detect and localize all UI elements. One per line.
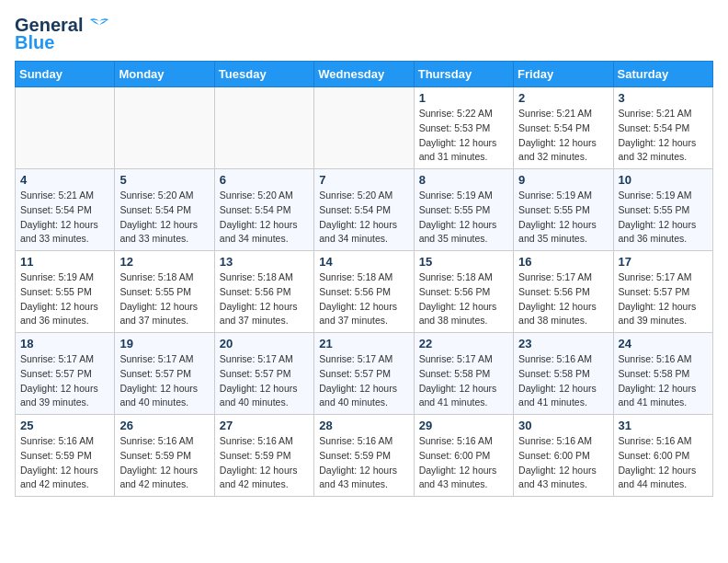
calendar-empty-cell (214, 87, 313, 169)
calendar-day-2: 2Sunrise: 5:21 AM Sunset: 5:54 PM Daylig… (514, 87, 613, 169)
day-info: Sunrise: 5:17 AM Sunset: 5:58 PM Dayligh… (419, 352, 508, 410)
calendar-empty-cell (16, 87, 115, 169)
calendar-day-24: 24Sunrise: 5:16 AM Sunset: 5:58 PM Dayli… (613, 333, 712, 415)
day-info: Sunrise: 5:21 AM Sunset: 5:54 PM Dayligh… (619, 107, 708, 165)
weekday-header-saturday: Saturday (613, 62, 712, 87)
day-number: 5 (119, 173, 209, 187)
day-info: Sunrise: 5:20 AM Sunset: 5:54 PM Dayligh… (220, 189, 309, 247)
calendar-day-25: 25Sunrise: 5:16 AM Sunset: 5:59 PM Dayli… (16, 415, 115, 497)
day-number: 30 (518, 419, 608, 432)
day-number: 7 (319, 173, 408, 187)
day-info: Sunrise: 5:16 AM Sunset: 5:59 PM Dayligh… (220, 434, 309, 492)
calendar-day-11: 11Sunrise: 5:19 AM Sunset: 5:55 PM Dayli… (16, 251, 115, 333)
day-number: 1 (419, 91, 508, 105)
day-info: Sunrise: 5:18 AM Sunset: 5:56 PM Dayligh… (220, 270, 309, 328)
day-number: 17 (619, 255, 708, 269)
calendar-day-26: 26Sunrise: 5:16 AM Sunset: 5:59 PM Dayli… (115, 415, 214, 497)
day-number: 24 (619, 337, 708, 350)
weekday-header-tuesday: Tuesday (214, 62, 313, 87)
weekday-header-monday: Monday (115, 62, 214, 87)
day-info: Sunrise: 5:19 AM Sunset: 5:55 PM Dayligh… (518, 189, 608, 247)
calendar-empty-cell (115, 87, 214, 169)
day-number: 29 (419, 419, 508, 432)
calendar-day-30: 30Sunrise: 5:16 AM Sunset: 6:00 PM Dayli… (514, 415, 613, 497)
day-info: Sunrise: 5:16 AM Sunset: 5:59 PM Dayligh… (20, 434, 109, 492)
day-number: 31 (619, 419, 708, 432)
calendar-day-10: 10Sunrise: 5:19 AM Sunset: 5:55 PM Dayli… (613, 169, 712, 251)
calendar-day-9: 9Sunrise: 5:19 AM Sunset: 5:55 PM Daylig… (514, 169, 613, 251)
day-number: 16 (518, 255, 608, 269)
calendar-day-13: 13Sunrise: 5:18 AM Sunset: 5:56 PM Dayli… (214, 251, 313, 333)
day-number: 22 (419, 337, 508, 350)
calendar-day-29: 29Sunrise: 5:16 AM Sunset: 6:00 PM Dayli… (414, 415, 513, 497)
day-info: Sunrise: 5:16 AM Sunset: 5:59 PM Dayligh… (319, 434, 408, 492)
calendar-day-28: 28Sunrise: 5:16 AM Sunset: 5:59 PM Dayli… (314, 415, 414, 497)
day-info: Sunrise: 5:19 AM Sunset: 5:55 PM Dayligh… (619, 189, 708, 247)
calendar-week-4: 18Sunrise: 5:17 AM Sunset: 5:57 PM Dayli… (16, 333, 713, 415)
day-number: 10 (619, 173, 708, 187)
calendar-day-4: 4Sunrise: 5:21 AM Sunset: 5:54 PM Daylig… (16, 169, 115, 251)
day-info: Sunrise: 5:16 AM Sunset: 6:00 PM Dayligh… (619, 434, 708, 492)
day-number: 6 (220, 173, 309, 187)
day-info: Sunrise: 5:22 AM Sunset: 5:53 PM Dayligh… (419, 107, 508, 165)
day-info: Sunrise: 5:18 AM Sunset: 5:56 PM Dayligh… (419, 270, 508, 328)
calendar-day-7: 7Sunrise: 5:20 AM Sunset: 5:54 PM Daylig… (314, 169, 414, 251)
logo: General Blue (15, 15, 112, 53)
page-header: General Blue (15, 15, 713, 53)
day-number: 21 (319, 337, 408, 350)
weekday-header-thursday: Thursday (414, 62, 513, 87)
calendar-day-22: 22Sunrise: 5:17 AM Sunset: 5:58 PM Dayli… (414, 333, 513, 415)
calendar-table: SundayMondayTuesdayWednesdayThursdayFrid… (15, 61, 713, 497)
day-number: 20 (220, 337, 309, 350)
calendar-day-8: 8Sunrise: 5:19 AM Sunset: 5:55 PM Daylig… (414, 169, 513, 251)
day-info: Sunrise: 5:17 AM Sunset: 5:57 PM Dayligh… (20, 352, 109, 410)
day-info: Sunrise: 5:19 AM Sunset: 5:55 PM Dayligh… (20, 270, 109, 328)
day-number: 12 (119, 255, 209, 269)
day-info: Sunrise: 5:17 AM Sunset: 5:57 PM Dayligh… (220, 352, 309, 410)
day-number: 15 (419, 255, 508, 269)
calendar-day-31: 31Sunrise: 5:16 AM Sunset: 6:00 PM Dayli… (613, 415, 712, 497)
calendar-day-23: 23Sunrise: 5:16 AM Sunset: 5:58 PM Dayli… (514, 333, 613, 415)
day-info: Sunrise: 5:20 AM Sunset: 5:54 PM Dayligh… (119, 189, 209, 247)
day-info: Sunrise: 5:21 AM Sunset: 5:54 PM Dayligh… (518, 107, 608, 165)
day-info: Sunrise: 5:16 AM Sunset: 5:58 PM Dayligh… (518, 352, 608, 410)
calendar-week-2: 4Sunrise: 5:21 AM Sunset: 5:54 PM Daylig… (16, 169, 713, 251)
calendar-day-6: 6Sunrise: 5:20 AM Sunset: 5:54 PM Daylig… (214, 169, 313, 251)
day-number: 8 (419, 173, 508, 187)
day-number: 11 (20, 255, 109, 269)
day-number: 9 (518, 173, 608, 187)
day-info: Sunrise: 5:17 AM Sunset: 5:57 PM Dayligh… (319, 352, 408, 410)
day-info: Sunrise: 5:20 AM Sunset: 5:54 PM Dayligh… (319, 189, 408, 247)
calendar-week-5: 25Sunrise: 5:16 AM Sunset: 5:59 PM Dayli… (16, 415, 713, 497)
calendar-week-3: 11Sunrise: 5:19 AM Sunset: 5:55 PM Dayli… (16, 251, 713, 333)
calendar-day-12: 12Sunrise: 5:18 AM Sunset: 5:55 PM Dayli… (115, 251, 214, 333)
day-number: 13 (220, 255, 309, 269)
weekday-header-sunday: Sunday (16, 62, 115, 87)
day-info: Sunrise: 5:18 AM Sunset: 5:55 PM Dayligh… (119, 270, 209, 328)
calendar-day-5: 5Sunrise: 5:20 AM Sunset: 5:54 PM Daylig… (115, 169, 214, 251)
day-info: Sunrise: 5:16 AM Sunset: 5:59 PM Dayligh… (119, 434, 209, 492)
calendar-day-16: 16Sunrise: 5:17 AM Sunset: 5:56 PM Dayli… (514, 251, 613, 333)
day-info: Sunrise: 5:18 AM Sunset: 5:56 PM Dayligh… (319, 270, 408, 328)
day-number: 25 (20, 419, 109, 432)
calendar-day-1: 1Sunrise: 5:22 AM Sunset: 5:53 PM Daylig… (414, 87, 513, 169)
day-number: 2 (518, 91, 608, 105)
day-number: 27 (220, 419, 309, 432)
weekday-header-friday: Friday (514, 62, 613, 87)
day-number: 28 (319, 419, 408, 432)
day-info: Sunrise: 5:17 AM Sunset: 5:56 PM Dayligh… (518, 270, 608, 328)
calendar-day-15: 15Sunrise: 5:18 AM Sunset: 5:56 PM Dayli… (414, 251, 513, 333)
day-info: Sunrise: 5:16 AM Sunset: 6:00 PM Dayligh… (518, 434, 608, 492)
day-info: Sunrise: 5:17 AM Sunset: 5:57 PM Dayligh… (619, 270, 708, 328)
calendar-empty-cell (314, 87, 414, 169)
day-number: 26 (119, 419, 209, 432)
day-info: Sunrise: 5:16 AM Sunset: 5:58 PM Dayligh… (619, 352, 708, 410)
day-info: Sunrise: 5:19 AM Sunset: 5:55 PM Dayligh… (419, 189, 508, 247)
calendar-day-27: 27Sunrise: 5:16 AM Sunset: 5:59 PM Dayli… (214, 415, 313, 497)
day-info: Sunrise: 5:21 AM Sunset: 5:54 PM Dayligh… (20, 189, 109, 247)
calendar-day-20: 20Sunrise: 5:17 AM Sunset: 5:57 PM Dayli… (214, 333, 313, 415)
day-info: Sunrise: 5:17 AM Sunset: 5:57 PM Dayligh… (119, 352, 209, 410)
day-number: 18 (20, 337, 109, 350)
day-number: 23 (518, 337, 608, 350)
weekday-header-wednesday: Wednesday (314, 62, 414, 87)
